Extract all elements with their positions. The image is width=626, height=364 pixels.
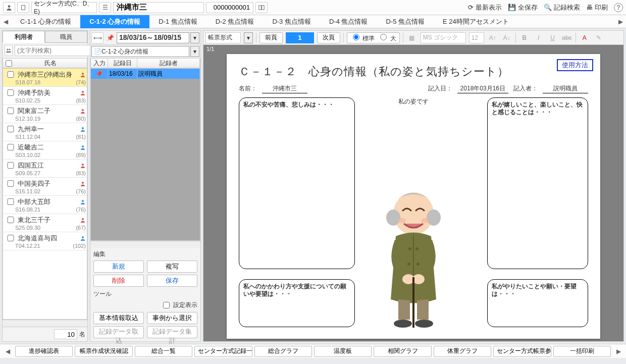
left-column: 利用者 職員 氏名 沖縄市三(沖縄出身S18.07.18(74)沖縄予防美S10… [2, 30, 88, 342]
tab-0[interactable]: C-1-1 心身の情報 [11, 15, 80, 28]
next-page-button[interactable]: 次頁 [317, 32, 340, 43]
bottom-button[interactable]: 体重グラフ [434, 346, 491, 357]
name-input[interactable] [113, 2, 204, 13]
svg-point-17 [398, 218, 406, 223]
tab-2[interactable]: D-1 焦点情報 [149, 15, 206, 28]
bottom-button[interactable]: 進捗確認表 [15, 346, 73, 357]
bottom-button[interactable]: 一括印刷 [553, 346, 611, 357]
pin-icon[interactable]: 📌 [105, 32, 116, 43]
user-row[interactable]: 中部大五郎S16.08.21(76) [3, 196, 87, 214]
refresh-button[interactable]: ⟳ 最新表示 [468, 3, 502, 12]
size-std[interactable] [353, 34, 359, 40]
cases-button[interactable]: 事例から選択 [147, 312, 197, 324]
save-button[interactable]: 保存 [147, 275, 197, 287]
method-select[interactable]: センター方式(C、D、E) [31, 2, 97, 13]
svg-point-10 [82, 182, 84, 184]
person-icon[interactable] [3, 2, 15, 13]
user-name: 九州幸一 [18, 125, 44, 134]
setting-show-checkbox[interactable] [163, 302, 170, 308]
record-list[interactable]: 📌 18/03/16 説明職員 [90, 68, 200, 241]
search-button[interactable]: 🔍 記録検索 [544, 3, 580, 12]
user-row[interactable]: 北海道喜与四T04.12.21(102) [3, 232, 87, 250]
user-row[interactable]: 四国五江S09.05.27(83) [3, 160, 87, 178]
user-row[interactable]: 東北三千子S25.09.30(67) [3, 214, 87, 232]
tab-4[interactable]: D-3 焦点情報 [263, 15, 320, 28]
user-checkbox[interactable] [7, 198, 14, 205]
bottom-prev-icon[interactable]: ◀ [2, 346, 13, 357]
tabs-prev-icon[interactable]: ◀ [0, 16, 11, 27]
help-icon[interactable]: ? [614, 3, 623, 12]
user-date: S18.07.18 [15, 79, 40, 85]
meta-date-lbl: 記入日： [428, 84, 452, 93]
user-checkbox[interactable] [7, 108, 14, 114]
user-row[interactable]: 中国美四子S16.11.02(76) [3, 178, 87, 196]
tab-3[interactable]: D-2 焦点情報 [206, 15, 264, 28]
bottom-next-icon[interactable]: ▶ [613, 346, 624, 357]
print-button[interactable]: 🖶 印刷 [586, 3, 608, 12]
new-button[interactable]: 新規 [93, 261, 144, 273]
select-all-checkbox[interactable] [6, 60, 12, 67]
bottom-button[interactable]: 帳票作成状況確認 [75, 346, 132, 357]
save-all-button[interactable]: 💾 全保存 [508, 3, 538, 12]
user-checkbox[interactable] [7, 217, 14, 223]
user-row[interactable]: 沖縄市三(沖縄出身S18.07.18(74) [3, 69, 87, 87]
bottom-button[interactable]: センター方式記録一 [194, 346, 252, 357]
copy-button[interactable]: 複写 [147, 261, 197, 273]
user-list[interactable]: 沖縄市三(沖縄出身S18.07.18(74)沖縄予防美S10.02.25(83)… [3, 68, 87, 320]
hscroll[interactable] [3, 320, 87, 327]
user-checkbox[interactable] [7, 89, 14, 96]
document-icon[interactable] [17, 2, 29, 13]
count-input[interactable] [54, 329, 77, 339]
user-row[interactable]: 沖縄予防美S10.02.25(83) [3, 87, 87, 105]
bubble-br: 私がやりたいことや願い・要望は・・・ [487, 279, 588, 327]
tab-6[interactable]: D-5 焦点情報 [377, 15, 434, 28]
size-lg[interactable] [380, 34, 387, 40]
date-dropdown-icon[interactable]: ▾ [190, 32, 199, 43]
bottom-button[interactable]: 温度板 [314, 346, 372, 357]
format-select[interactable]: 帳票形式 [205, 32, 241, 43]
tab-1[interactable]: C-1-2 心身の情報 [80, 15, 149, 28]
subtab-users[interactable]: 利用者 [3, 31, 45, 43]
user-checkbox[interactable] [7, 71, 14, 78]
tab-5[interactable]: D-4 焦点情報 [320, 15, 377, 28]
person-mini-icon [80, 126, 86, 132]
size-radio[interactable]: 標準 大 [347, 32, 400, 43]
subtab-staff[interactable]: 職員 [45, 31, 87, 43]
bottom-button[interactable]: センター方式帳票参 [493, 346, 551, 357]
person-mini-icon [80, 90, 86, 96]
prev-page-button[interactable]: 前頁 [259, 32, 283, 43]
user-name: 東北三千子 [18, 216, 50, 225]
delete-button[interactable]: 削除 [93, 275, 144, 287]
rec-in-button[interactable]: 記録データ取込 [93, 326, 144, 338]
user-row[interactable]: 近畿吉二S03.10.02(89) [3, 141, 87, 160]
bottom-button[interactable]: 総合グラフ [254, 346, 312, 357]
page-input[interactable] [286, 32, 314, 43]
book-icon[interactable] [255, 2, 268, 13]
document-view[interactable]: 1/1 使用方法 Ｃ－１－２ 心身の情報（私の姿と気持ちシート） 名前： 沖縄市… [203, 45, 623, 341]
tabs-next-icon[interactable]: ▶ [615, 16, 626, 27]
howto-button[interactable]: 使用方法 [557, 59, 593, 71]
bottom-button[interactable]: 相関グラフ [374, 346, 431, 357]
mid-hscroll[interactable] [90, 241, 200, 248]
record-select[interactable]: 📄 C-1-2 心身の情報 [91, 46, 189, 57]
user-row[interactable]: 関東富二子S12.10.19(80) [3, 105, 87, 123]
pin-range-icon[interactable]: ⟷ [91, 32, 103, 43]
list-icon[interactable]: ☰ [99, 2, 111, 13]
user-checkbox[interactable] [7, 162, 14, 169]
search-input[interactable] [15, 45, 95, 56]
format-dd-icon[interactable]: ▾ [244, 32, 253, 43]
record-row[interactable]: 📌 18/03/16 説明職員 [91, 69, 200, 79]
rec-agg-button[interactable]: 記録データ集計 [147, 326, 197, 338]
tab-7[interactable]: E 24時間アセスメント [434, 15, 518, 28]
bottom-button[interactable]: 総合一覧 [135, 346, 192, 357]
user-checkbox[interactable] [7, 126, 14, 132]
user-checkbox[interactable] [7, 180, 14, 187]
number-input[interactable] [206, 2, 253, 13]
basic-info-button[interactable]: 基本情報取込 [93, 312, 144, 324]
user-checkbox[interactable] [7, 235, 14, 241]
date-range[interactable]: 18/03/16～18/09/15 [117, 32, 189, 43]
user-checkbox[interactable] [7, 144, 14, 150]
record-dropdown-icon[interactable]: ▾ [190, 46, 199, 57]
group-icon[interactable] [5, 45, 13, 56]
user-row[interactable]: 九州幸一S11.12.04(81) [3, 123, 87, 141]
